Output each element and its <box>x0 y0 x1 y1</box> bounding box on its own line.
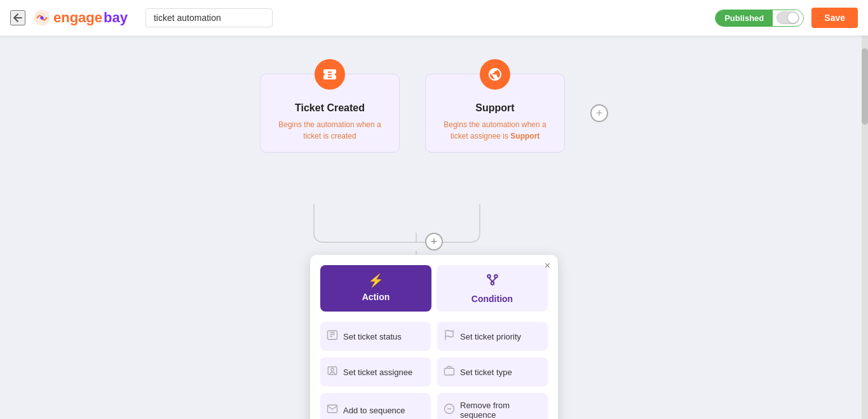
trigger-card-ticket-created[interactable]: Ticket Created Begins the automation whe… <box>260 74 400 153</box>
popup-item-set-ticket-type[interactable]: Set ticket type <box>437 357 548 387</box>
ticket-created-icon <box>315 59 345 90</box>
action-tab-label: Action <box>362 292 390 302</box>
item-label-assignee: Set ticket assignee <box>343 367 412 377</box>
ticket-created-title: Ticket Created <box>271 102 389 114</box>
ticket-created-desc: Begins the automation when a ticket is c… <box>271 119 389 142</box>
logo-text-bay: bay <box>104 10 128 26</box>
action-condition-popup: × ⚡ Action Condition <box>310 255 558 419</box>
scrollbar-thumb <box>862 48 868 125</box>
add-sequence-icon <box>327 403 338 417</box>
item-label-priority: Set ticket priority <box>460 332 521 341</box>
svg-point-4 <box>491 282 494 285</box>
scrollbar[interactable] <box>862 36 868 419</box>
header-left: engagebay <box>10 8 273 27</box>
popup-item-set-ticket-status[interactable]: Set ticket status <box>320 322 431 351</box>
svg-rect-5 <box>328 331 337 340</box>
ticket-type-icon <box>444 365 455 379</box>
action-tab-icon: ⚡ <box>368 273 384 288</box>
priority-icon-svg <box>444 329 455 341</box>
condition-icon-svg <box>485 273 499 287</box>
status-icon-svg <box>327 329 338 341</box>
item-label-status: Set ticket status <box>343 332 402 341</box>
support-desc: Begins the automation when a ticket assi… <box>436 119 554 142</box>
popup-tabs: ⚡ Action Condition <box>310 255 558 312</box>
support-desc-bold: Support <box>510 132 539 141</box>
published-toggle-wrapper[interactable]: Published <box>715 10 804 27</box>
ticket-icon-svg <box>322 67 337 82</box>
item-label-remove-sequence: Remove from sequence <box>460 401 541 419</box>
remove-sequence-icon <box>444 403 455 417</box>
trigger-card-support[interactable]: Support Begins the automation when a tic… <box>425 74 565 153</box>
ticket-priority-icon <box>444 329 455 343</box>
popup-item-remove-from-sequence[interactable]: Remove from sequence <box>437 393 548 419</box>
svg-point-2 <box>487 275 491 278</box>
toggle-area[interactable] <box>773 10 803 25</box>
popup-item-add-to-sequence[interactable]: Add to sequence <box>320 393 431 419</box>
popup-close-button[interactable]: × <box>545 260 550 271</box>
toggle-knob <box>788 13 798 23</box>
tab-condition[interactable]: Condition <box>437 265 548 312</box>
toggle-switch[interactable] <box>776 11 799 24</box>
logo-text-engage: engage <box>53 10 102 26</box>
support-icon <box>480 59 510 90</box>
header-right: Published Save <box>715 8 858 28</box>
item-label-add-sequence: Add to sequence <box>343 406 405 415</box>
triggers-area: Ticket Created Begins the automation whe… <box>0 36 868 153</box>
remove-icon-svg <box>444 403 455 415</box>
popup-items-grid: Set ticket status Set ticket priority <box>310 312 558 419</box>
type-icon-svg <box>444 365 455 376</box>
condition-tab-icon <box>485 273 499 290</box>
back-button[interactable] <box>10 10 25 25</box>
svg-point-8 <box>331 368 334 371</box>
logo: engagebay <box>33 9 128 27</box>
ticket-status-icon <box>327 329 338 343</box>
tab-action[interactable]: ⚡ Action <box>320 265 431 312</box>
popup-item-set-ticket-assignee[interactable]: Set ticket assignee <box>320 357 431 387</box>
item-label-type: Set ticket type <box>460 367 512 377</box>
save-button[interactable]: Save <box>811 8 858 28</box>
add-node-button[interactable]: + <box>425 233 443 251</box>
assignee-icon-svg <box>327 365 338 376</box>
sequence-icon-svg <box>327 403 338 415</box>
condition-tab-label: Condition <box>471 294 513 304</box>
svg-point-3 <box>494 275 498 278</box>
automation-canvas: Ticket Created Begins the automation whe… <box>0 36 868 419</box>
add-trigger-button[interactable]: + <box>590 104 608 122</box>
ticket-assignee-icon <box>327 365 338 379</box>
published-label: Published <box>715 10 773 26</box>
popup-item-set-ticket-priority[interactable]: Set ticket priority <box>437 322 548 351</box>
app-header: engagebay Published Save <box>0 0 868 36</box>
svg-rect-9 <box>445 368 454 375</box>
support-icon-svg <box>487 67 503 82</box>
logo-icon <box>33 9 51 27</box>
svg-point-1 <box>40 16 43 19</box>
automation-title-input[interactable] <box>146 8 273 27</box>
support-title: Support <box>436 102 554 114</box>
